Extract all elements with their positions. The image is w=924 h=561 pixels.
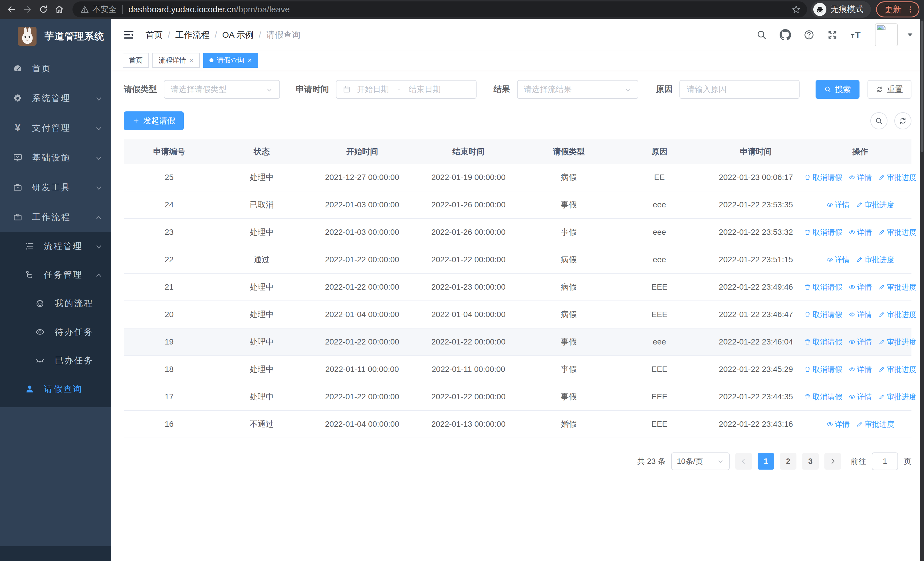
sidebar-item-infra[interactable]: 基础设施 — [0, 143, 111, 173]
cell-start-time: 2022-01-04 00:00:00 — [309, 310, 416, 319]
sidebar-item-todo-tasks[interactable]: 待办任务 — [0, 317, 111, 346]
browser-back-button[interactable] — [3, 2, 20, 17]
result-select[interactable]: 请选择流结果 — [517, 80, 638, 99]
cancel-leave-link[interactable]: 取消请假 — [804, 337, 842, 347]
detail-link[interactable]: 详情 — [826, 255, 850, 265]
sidebar-item-leave-query[interactable]: 请假查询 — [0, 375, 111, 403]
breadcrumb-oa-example[interactable]: OA 示例 — [222, 29, 254, 41]
progress-link[interactable]: 审批进度 — [878, 310, 916, 320]
sidebar-item-payment[interactable]: ¥ 支付管理 — [0, 113, 111, 143]
search-button[interactable]: 搜索 — [816, 80, 860, 99]
cancel-leave-link[interactable]: 取消请假 — [804, 392, 842, 402]
fullscreen-icon[interactable] — [827, 29, 838, 40]
detail-link[interactable]: 详情 — [849, 310, 872, 320]
sidebar-item-process-mgmt[interactable]: 流程管理 — [0, 232, 111, 260]
cell-actions: 详情审批进度 — [809, 255, 912, 265]
toggle-search-button[interactable] — [870, 112, 888, 129]
progress-link[interactable]: 审批进度 — [878, 227, 916, 238]
page-button-2[interactable]: 2 — [780, 453, 796, 469]
prev-page-button[interactable] — [735, 453, 752, 469]
scrollbar-thumb[interactable] — [921, 21, 923, 152]
progress-link[interactable]: 审批进度 — [878, 337, 916, 347]
browser-reload-button[interactable] — [35, 2, 51, 17]
progress-link[interactable]: 审批进度 — [878, 282, 916, 292]
breadcrumb-home[interactable]: 首页 — [146, 29, 163, 41]
breadcrumb-current: 请假查询 — [266, 29, 300, 41]
detail-link[interactable]: 详情 — [849, 173, 872, 182]
sidebar-item-task-mgmt[interactable]: 任务管理 — [0, 260, 111, 289]
table-row[interactable]: 23处理中2022-01-03 00:00:002022-01-26 00:00… — [124, 219, 912, 246]
cancel-leave-link[interactable]: 取消请假 — [804, 364, 842, 375]
table-row[interactable]: 18处理中2022-01-11 00:00:002022-01-11 00:00… — [124, 356, 912, 384]
detail-link[interactable]: 详情 — [849, 392, 872, 402]
apply-time-range-picker[interactable]: 开始日期 - 结束日期 — [336, 80, 477, 99]
help-icon[interactable] — [804, 29, 814, 40]
leave-type-select[interactable]: 请选择请假类型 — [164, 80, 280, 99]
table-row[interactable]: 22通过2022-01-22 00:00:002022-01-22 00:00:… — [124, 246, 912, 274]
table-row[interactable]: 17处理中2022-01-22 00:00:002022-01-22 00:00… — [124, 384, 912, 411]
cancel-leave-link[interactable]: 取消请假 — [804, 310, 842, 320]
page-size-select[interactable]: 10条/页 — [671, 453, 730, 470]
progress-link[interactable]: 审批进度 — [878, 364, 916, 375]
close-icon[interactable]: × — [189, 57, 194, 64]
caret-down-icon[interactable] — [906, 30, 914, 39]
progress-link[interactable]: 审批进度 — [878, 392, 916, 402]
monitor-icon — [12, 153, 23, 162]
cancel-leave-link[interactable]: 取消请假 — [804, 227, 842, 238]
sidebar-item-my-process[interactable]: 我的流程 — [0, 289, 111, 317]
table-row[interactable]: 19处理中2022-01-22 00:00:002022-01-22 00:00… — [124, 328, 912, 356]
table-row[interactable]: 20处理中2022-01-04 00:00:002022-01-04 00:00… — [124, 301, 912, 328]
tab-process-detail[interactable]: 流程详情 × — [152, 53, 200, 68]
cancel-leave-link[interactable]: 取消请假 — [804, 282, 842, 292]
close-icon[interactable]: × — [248, 57, 252, 64]
breadcrumb-workflow[interactable]: 工作流程 — [175, 29, 210, 41]
window-scrollbar[interactable] — [920, 19, 924, 561]
goto-page-input[interactable] — [872, 453, 897, 469]
tab-leave-query[interactable]: 请假查询 × — [203, 53, 258, 68]
detail-link[interactable]: 详情 — [826, 200, 850, 210]
page-button-1[interactable]: 1 — [758, 453, 774, 469]
table-row[interactable]: 24已取消2022-01-03 00:00:002022-01-26 00:00… — [124, 191, 912, 219]
progress-link[interactable]: 审批进度 — [856, 200, 894, 210]
progress-link[interactable]: 审批进度 — [878, 173, 916, 182]
detail-link[interactable]: 详情 — [826, 419, 850, 429]
browser-forward-button[interactable] — [20, 2, 35, 17]
cell-status: 处理中 — [214, 282, 309, 292]
next-page-button[interactable] — [824, 453, 841, 469]
sidebar-item-system[interactable]: 系统管理 — [0, 83, 111, 113]
sidebar-item-workflow[interactable]: 工作流程 — [0, 202, 111, 232]
sidebar-item-home[interactable]: 首页 — [0, 54, 111, 83]
bookmark-star-icon[interactable] — [792, 5, 801, 14]
avatar[interactable] — [875, 23, 898, 46]
refresh-table-button[interactable] — [894, 112, 912, 129]
cancel-leave-link[interactable]: 取消请假 — [804, 173, 842, 182]
cell-start-time: 2022-01-22 00:00:00 — [309, 392, 416, 401]
browser-menu-icon[interactable] — [906, 5, 915, 14]
sidebar-collapse-bar[interactable] — [0, 546, 111, 561]
search-icon[interactable] — [756, 29, 767, 40]
reset-button[interactable]: 重置 — [867, 80, 912, 99]
github-icon[interactable] — [780, 29, 791, 41]
tab-home[interactable]: 首页 — [123, 53, 149, 68]
create-leave-button[interactable]: 发起请假 — [124, 111, 184, 130]
browser-update-button[interactable]: 更新 — [876, 2, 920, 17]
page-button-3[interactable]: 3 — [802, 453, 819, 469]
reason-input[interactable] — [681, 85, 798, 94]
table-row[interactable]: 21处理中2022-01-22 00:00:002022-01-23 00:00… — [124, 274, 912, 301]
sidebar-item-devtools[interactable]: 研发工具 — [0, 173, 111, 202]
detail-link[interactable]: 详情 — [849, 364, 872, 375]
browser-home-button[interactable] — [51, 2, 68, 17]
app-logo[interactable]: 芋道管理系统 — [0, 19, 111, 54]
address-bar[interactable]: 不安全 dashboard.yudao.iocoder.cn/bpm/oa/le… — [72, 2, 807, 17]
cell-end-time: 2022-01-19 00:00:00 — [415, 173, 522, 182]
progress-link[interactable]: 审批进度 — [856, 419, 894, 429]
detail-link[interactable]: 详情 — [849, 337, 872, 347]
sidebar-item-done-tasks[interactable]: 已办任务 — [0, 346, 111, 375]
progress-link[interactable]: 审批进度 — [856, 255, 894, 265]
table-row[interactable]: 25处理中2021-12-27 00:00:002022-01-19 00:00… — [124, 164, 912, 191]
table-row[interactable]: 16不通过2022-01-04 00:00:002022-01-13 00:00… — [124, 411, 912, 438]
detail-link[interactable]: 详情 — [849, 282, 872, 292]
hamburger-icon[interactable] — [123, 29, 135, 41]
detail-link[interactable]: 详情 — [849, 227, 872, 238]
font-size-icon[interactable] — [850, 29, 862, 41]
